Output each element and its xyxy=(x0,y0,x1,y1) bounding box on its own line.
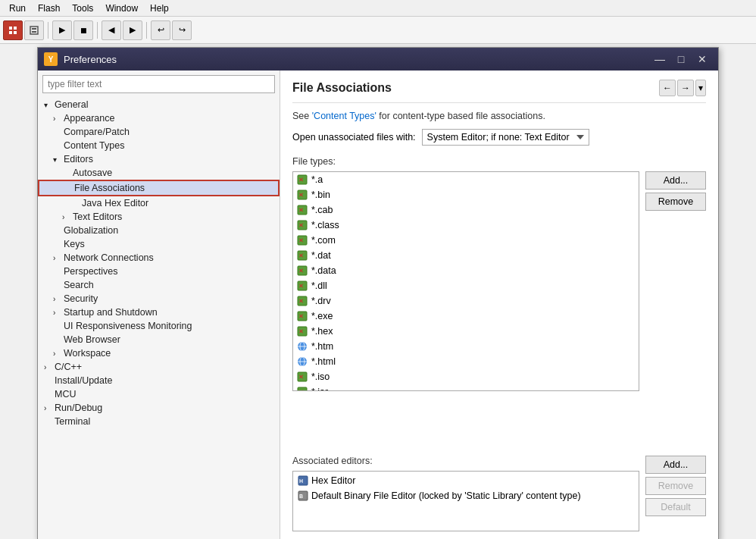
sidebar-item-network[interactable]: › Network Connections xyxy=(38,251,280,265)
assoc-item[interactable]: B Default Binary File Editor (locked by … xyxy=(295,488,637,503)
assoc-remove-button[interactable]: Remove xyxy=(645,477,706,495)
window-controls: — □ ✕ xyxy=(650,51,712,67)
sidebar-item-cpp[interactable]: › C/C++ xyxy=(38,360,280,374)
file-icon-cab: ✕ xyxy=(296,204,308,216)
toolbar-btn-5[interactable]: ◀ xyxy=(102,20,121,40)
nav-arrows: ← → ▾ xyxy=(659,80,706,96)
maximize-button[interactable]: □ xyxy=(671,51,691,67)
sidebar-item-perspectives[interactable]: Perspectives xyxy=(38,265,280,278)
arrow-appearance: › xyxy=(53,114,62,123)
sidebar-item-file-associations[interactable]: File Associations xyxy=(38,180,280,196)
app-logo: Y xyxy=(44,52,58,66)
open-assoc-select[interactable]: System Editor; if none: Text Editor Text… xyxy=(422,129,589,146)
file-ext-jar: *.jar xyxy=(311,387,328,391)
menu-run[interactable]: Run xyxy=(3,3,32,14)
sidebar-item-web-browser[interactable]: Web Browser xyxy=(38,333,280,346)
file-types-list[interactable]: ✕ *.a ✕ *.bin xyxy=(292,171,639,391)
close-button[interactable]: ✕ xyxy=(692,51,712,67)
label-appearance: Appearance xyxy=(64,113,114,124)
label-network: Network Connections xyxy=(64,252,154,263)
file-types-remove-button[interactable]: Remove xyxy=(645,193,706,211)
sidebar-item-globalization[interactable]: Globalization xyxy=(38,224,280,237)
content-types-link[interactable]: 'Content Types' xyxy=(312,111,376,121)
list-item[interactable]: ✕ *.jar xyxy=(293,384,639,391)
open-label: Open unassociated files with: xyxy=(292,132,416,143)
svg-text:✕: ✕ xyxy=(298,222,304,229)
menu-window[interactable]: Window xyxy=(99,3,144,14)
tree-container: ▾ General › Appearance Compare/Patch Con… xyxy=(38,98,280,539)
sidebar-item-rundebug[interactable]: › Run/Debug xyxy=(38,401,280,415)
label-perspectives: Perspectives xyxy=(64,266,118,277)
list-item[interactable]: ✕ *.dat xyxy=(293,248,639,263)
label-general: General xyxy=(55,99,88,110)
label-text-editors: Text Editors xyxy=(73,212,122,222)
list-item[interactable]: ✕ *.bin xyxy=(293,187,639,202)
file-types-row: ✕ *.a ✕ *.bin xyxy=(292,171,706,447)
sidebar-item-editors[interactable]: ▾ Editors xyxy=(38,152,280,166)
assoc-item-label-hex: Hex Editor xyxy=(311,475,355,486)
list-item[interactable]: ✕ *.exe xyxy=(293,309,639,324)
file-ext-class: *.class xyxy=(311,220,339,230)
file-ext-html: *.html xyxy=(311,356,336,367)
list-item[interactable]: ✕ *.data xyxy=(293,263,639,278)
right-panel: File Associations ← → ▾ See 'Content Typ… xyxy=(280,71,718,539)
sidebar-item-keys[interactable]: Keys xyxy=(38,237,280,251)
sidebar-item-startup[interactable]: › Startup and Shutdown xyxy=(38,306,280,319)
toolbar-btn-6[interactable]: ▶ xyxy=(123,20,142,40)
label-compare: Compare/Patch xyxy=(64,127,130,137)
toolbar-btn-back[interactable]: ↩ xyxy=(151,20,170,40)
sidebar-item-workspace[interactable]: › Workspace xyxy=(38,346,280,360)
list-item[interactable]: ✕ *.com xyxy=(293,233,639,248)
list-item[interactable]: ✕ *.class xyxy=(293,218,639,233)
list-item[interactable]: ✕ *.hex xyxy=(293,324,639,339)
file-types-label: File types: xyxy=(292,156,706,167)
sidebar-item-autosave[interactable]: Autosave xyxy=(38,166,280,180)
file-ext-exe: *.exe xyxy=(311,311,333,321)
toolbar-btn-3[interactable]: ▶ xyxy=(52,20,72,40)
file-icon-dll: ✕ xyxy=(296,280,308,292)
menu-tools[interactable]: Tools xyxy=(66,3,99,14)
sidebar-item-java-hex[interactable]: Java Hex Editor xyxy=(38,196,280,210)
sidebar-item-terminal[interactable]: Terminal xyxy=(38,415,280,428)
svg-text:✕: ✕ xyxy=(298,268,304,274)
sidebar-item-ui-resp[interactable]: UI Responsiveness Monitoring xyxy=(38,319,280,333)
sidebar-item-search[interactable]: Search xyxy=(38,278,280,292)
list-item[interactable]: *.html xyxy=(293,354,639,369)
minimize-button[interactable]: — xyxy=(650,51,670,67)
toolbar-btn-2[interactable] xyxy=(24,20,44,40)
toolbar-btn-4[interactable]: ⏹ xyxy=(73,20,93,40)
sidebar-item-mcu[interactable]: MCU xyxy=(38,387,280,401)
list-item[interactable]: ✕ *.cab xyxy=(293,202,639,218)
sidebar-item-text-editors[interactable]: › Text Editors xyxy=(38,210,280,224)
sidebar-item-install[interactable]: Install/Update xyxy=(38,374,280,387)
assoc-add-button[interactable]: Add... xyxy=(645,456,706,474)
menu-flash[interactable]: Flash xyxy=(32,3,66,14)
sidebar-item-security[interactable]: › Security xyxy=(38,292,280,306)
list-item[interactable]: ✕ *.a xyxy=(293,172,639,187)
sidebar-item-appearance[interactable]: › Appearance xyxy=(38,111,280,125)
list-item[interactable]: ✕ *.dll xyxy=(293,278,639,293)
nav-back-button[interactable]: ← xyxy=(659,80,676,96)
label-workspace: Workspace xyxy=(64,348,111,359)
sidebar-item-general[interactable]: ▾ General xyxy=(38,98,280,111)
assoc-item-label-bin: Default Binary File Editor (locked by 'S… xyxy=(311,490,581,501)
left-panel: ▾ General › Appearance Compare/Patch Con… xyxy=(38,71,280,539)
nav-dropdown-button[interactable]: ▾ xyxy=(695,80,706,96)
assoc-default-button[interactable]: Default xyxy=(645,498,706,516)
editor-bin-icon: B xyxy=(298,490,308,501)
toolbar-main-btn[interactable] xyxy=(3,20,23,40)
sidebar-item-compare[interactable]: Compare/Patch xyxy=(38,125,280,139)
associated-list[interactable]: H Hex Editor B xyxy=(292,471,639,531)
file-types-add-button[interactable]: Add... xyxy=(645,171,706,190)
assoc-item[interactable]: H Hex Editor xyxy=(295,473,637,488)
toolbar-btn-fwd[interactable]: ↪ xyxy=(172,20,192,40)
list-item[interactable]: ✕ *.drv xyxy=(293,293,639,309)
list-item[interactable]: ✕ *.iso xyxy=(293,369,639,384)
file-ext-bin: *.bin xyxy=(311,190,330,200)
nav-fwd-button[interactable]: → xyxy=(677,80,694,96)
filter-input[interactable] xyxy=(42,75,275,93)
menu-help[interactable]: Help xyxy=(144,3,175,14)
label-rundebug: Run/Debug xyxy=(55,403,102,413)
sidebar-item-content-types[interactable]: Content Types xyxy=(38,139,280,152)
list-item[interactable]: *.htm xyxy=(293,339,639,354)
